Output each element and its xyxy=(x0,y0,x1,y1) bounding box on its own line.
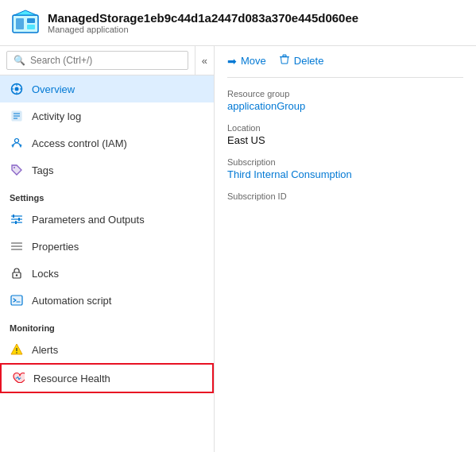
search-input[interactable] xyxy=(30,55,181,66)
svg-point-16 xyxy=(15,139,19,143)
sidebar-item-alerts[interactable]: Alerts xyxy=(0,336,214,363)
subscription-value[interactable]: Third Internal Consumption xyxy=(227,168,463,180)
app-icon xyxy=(11,9,40,37)
activity-log-icon xyxy=(10,109,24,123)
move-icon: ➡ xyxy=(227,55,237,68)
parameters-icon xyxy=(10,212,24,226)
move-button[interactable]: ➡ Move xyxy=(227,55,266,68)
content-pane: ➡ Move Delete Resource group application… xyxy=(215,46,476,452)
svg-point-18 xyxy=(12,145,14,147)
delete-icon xyxy=(279,54,290,68)
svg-point-34 xyxy=(16,352,17,353)
svg-point-17 xyxy=(20,145,22,147)
header-subtitle: Managed application xyxy=(48,25,358,34)
subscription-id-label: Subscription ID xyxy=(227,191,463,201)
monitoring-section-label: Monitoring xyxy=(0,314,214,336)
sidebar-item-alerts-label: Alerts xyxy=(32,344,58,356)
details-section: Resource group applicationGroup Location… xyxy=(227,89,463,203)
search-row: 🔍 « xyxy=(0,46,214,75)
subscription-id-row: Subscription ID xyxy=(227,191,463,203)
toolbar: ➡ Move Delete xyxy=(227,54,463,78)
access-control-icon xyxy=(10,136,24,150)
location-value: East US xyxy=(227,134,463,146)
svg-rect-3 xyxy=(27,18,35,23)
monitoring-section: Monitoring Alerts xyxy=(0,314,214,393)
sidebar-item-automation-label: Automation script xyxy=(32,295,111,307)
app-header: ManagedStorage1eb9c44d1a2447d083a370e445… xyxy=(0,0,476,46)
main-layout: 🔍 « Overview xyxy=(0,46,476,452)
sidebar: 🔍 « Overview xyxy=(0,46,215,452)
header-title: ManagedStorage1eb9c44d1a2447d083a370e445… xyxy=(48,11,358,25)
svg-rect-2 xyxy=(16,18,24,29)
svg-rect-23 xyxy=(13,214,14,218)
location-label: Location xyxy=(227,123,463,133)
svg-rect-21 xyxy=(11,218,22,220)
resource-group-label: Resource group xyxy=(227,89,463,99)
delete-label: Delete xyxy=(294,55,324,67)
sidebar-item-resource-health[interactable]: Resource Health xyxy=(0,363,214,393)
sidebar-item-access-control[interactable]: Access control (IAM) xyxy=(0,129,214,156)
sidebar-item-tags-label: Tags xyxy=(32,164,53,176)
top-nav: Overview Activity log xyxy=(0,75,214,184)
svg-rect-25 xyxy=(15,221,17,224)
collapse-button[interactable]: « xyxy=(195,46,214,75)
sidebar-item-properties[interactable]: Properties xyxy=(0,233,214,260)
sidebar-item-tags[interactable]: Tags xyxy=(0,156,214,184)
header-text: ManagedStorage1eb9c44d1a2447d083a370e445… xyxy=(48,11,358,34)
search-wrapper[interactable]: 🔍 xyxy=(6,51,188,70)
properties-icon xyxy=(10,239,24,253)
sidebar-item-parameters-label: Parameters and Outputs xyxy=(32,214,145,226)
settings-section: Settings Parameters and Outputs xyxy=(0,184,214,314)
search-icon: 🔍 xyxy=(14,55,25,66)
sidebar-item-activity-log[interactable]: Activity log xyxy=(0,102,214,129)
svg-rect-26 xyxy=(11,242,22,244)
automation-icon xyxy=(10,293,24,307)
sidebar-item-access-control-label: Access control (IAM) xyxy=(32,137,127,149)
move-label: Move xyxy=(241,55,266,67)
svg-point-19 xyxy=(14,167,15,168)
tags-icon xyxy=(10,163,24,177)
svg-rect-28 xyxy=(11,249,22,250)
subscription-label: Subscription xyxy=(227,157,463,167)
alerts-icon xyxy=(10,342,24,357)
delete-button[interactable]: Delete xyxy=(279,54,324,68)
svg-rect-4 xyxy=(27,25,35,29)
svg-rect-24 xyxy=(18,218,20,221)
locks-icon xyxy=(10,266,24,280)
resource-health-icon xyxy=(11,371,25,385)
sidebar-item-properties-label: Properties xyxy=(32,241,79,253)
sidebar-item-locks-label: Locks xyxy=(32,268,59,280)
svg-marker-5 xyxy=(14,10,37,15)
resource-group-value[interactable]: applicationGroup xyxy=(227,100,463,112)
sidebar-item-overview[interactable]: Overview xyxy=(0,75,214,102)
settings-section-label: Settings xyxy=(0,184,214,206)
location-row: Location East US xyxy=(227,123,463,146)
sidebar-item-locks[interactable]: Locks xyxy=(0,260,214,287)
overview-icon xyxy=(10,82,24,96)
svg-point-7 xyxy=(15,87,19,91)
subscription-row: Subscription Third Internal Consumption xyxy=(227,157,463,180)
sidebar-item-automation-script[interactable]: Automation script xyxy=(0,287,214,314)
sidebar-item-overview-label: Overview xyxy=(32,83,75,95)
svg-rect-27 xyxy=(11,245,22,247)
sidebar-item-activity-log-label: Activity log xyxy=(32,110,81,122)
sidebar-item-parameters-outputs[interactable]: Parameters and Outputs xyxy=(0,206,214,233)
sidebar-item-resource-health-label: Resource Health xyxy=(33,373,110,384)
svg-rect-31 xyxy=(11,296,22,305)
resource-group-row: Resource group applicationGroup xyxy=(227,89,463,112)
svg-point-30 xyxy=(16,274,17,276)
